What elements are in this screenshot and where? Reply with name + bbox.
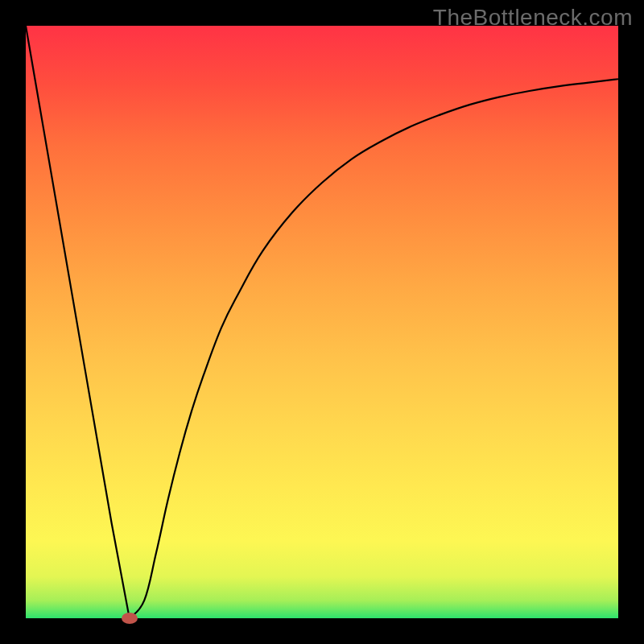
chart-frame: TheBottleneck.com xyxy=(0,0,644,644)
plot-area xyxy=(26,26,618,618)
optimum-marker xyxy=(122,613,138,624)
bottleneck-curve xyxy=(26,26,618,618)
watermark-text: TheBottleneck.com xyxy=(433,5,633,31)
